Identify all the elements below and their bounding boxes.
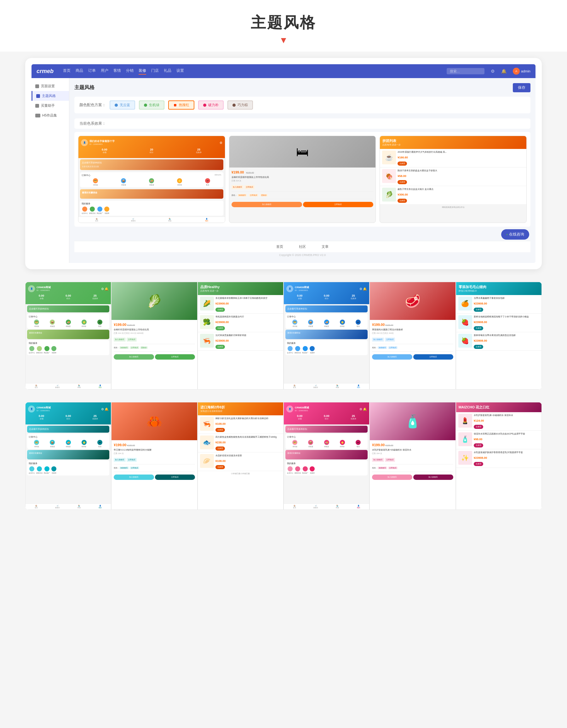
nav-store[interactable]: 门店: [151, 68, 159, 75]
grid-phone-meat-product: 🥩 ¥199.00¥100.00 厚装猪肉火腿肠三明治火锅食材 已售 234 次…: [370, 282, 456, 390]
admin-header: crmeb 首页 商品 订单 用户 客情 分销 装修 门店 礼品 设置 ⚙ 🔔 …: [31, 64, 536, 78]
veg-buy-btn[interactable]: 立即购买: [155, 354, 195, 360]
nav-orders[interactable]: 订单: [88, 68, 96, 75]
gb-item-img-1: ☕: [382, 151, 396, 164]
order-unreceived[interactable]: 🚚待收货: [149, 178, 154, 186]
order-unreview[interactable]: ⭐待评价: [177, 178, 182, 186]
product-image: 🛏: [229, 136, 376, 168]
red-dot: [203, 104, 206, 107]
theme-option-sky[interactable]: 无云蓝: [110, 100, 135, 110]
gb-more: 继续抢购更多商品请合作台: [380, 205, 526, 210]
phone-grid-row1: 👤 CRMEB商城ID：100000001 ⚙ 🔔 0.00余额 0.00积分 …: [25, 282, 542, 390]
gb-banner: 拼团列表 品质海淘 进进一步: [380, 136, 526, 149]
buy-now-btn[interactable]: 立即购买: [303, 202, 374, 207]
theme-option-orange[interactable]: 热辣红: [168, 100, 194, 110]
footer-community[interactable]: 社区: [299, 244, 306, 249]
grid-phone-veg-product: 🥬 ¥199.00¥100.00 全棉针织贡缎作套新款上市性价比高 已售 214…: [111, 282, 197, 390]
teal-gb-btn-3[interactable]: 去参团: [474, 345, 483, 349]
pc-stats: 0.00余额 20积分 25优惠券: [81, 148, 222, 154]
teal-gb-btn-2[interactable]: 去参团: [474, 326, 483, 330]
pink-gb-btn-2[interactable]: 去参团: [474, 443, 483, 447]
phone-product-detail: 🛏 ¥199.00 ¥100.00 全棉针织贡缎作套新款上市市性价比高 已售 2…: [229, 136, 376, 223]
admin-avatar: A: [513, 68, 520, 75]
main-demo-card: crmeb 首页 商品 订单 用户 客情 分销 装修 门店 礼品 设置 ⚙ 🔔 …: [25, 58, 542, 269]
admin-logo: crmeb: [37, 68, 54, 75]
gb-join-btn-3[interactable]: 去参团: [398, 199, 407, 203]
order-refund[interactable]: ↩售后: [205, 178, 210, 186]
bn-shop[interactable]: 🏪商城: [151, 218, 188, 222]
bn-mine[interactable]: 👤我的: [188, 218, 225, 222]
orange-gb-btn-2[interactable]: 去参团: [215, 446, 225, 451]
pc-friend: 邀请好友赚佣金: [80, 189, 223, 199]
save-button[interactable]: 保存: [513, 83, 530, 92]
grid-phone-pink-personal: 👤 CRMEB商城ID：100000001 ⚙ 🔔 0.00余额 0.00积分 …: [284, 402, 370, 510]
gb-join-btn-1[interactable]: 去参团: [398, 162, 407, 166]
orange-gb-btn-3[interactable]: 去参团: [215, 465, 225, 469]
service-group[interactable]: 拼团活动: [89, 207, 95, 214]
grid-phone-crab-product: 🦀 ¥199.00¥100.00 帝王蟹4.0-2.8智利皇帝蟹鲜活特大锅蟹 已…: [111, 402, 197, 510]
nav-customer[interactable]: 客情: [113, 68, 121, 75]
admin-content: 主题风格 保存 颜色配色方案： 无云蓝 生机绿 热辣红: [69, 78, 536, 263]
sidebar-item-assist[interactable]: 买量助手: [31, 101, 69, 111]
pc-balance: 总余额可享多种折扣 全新优惠多更优实惠: [80, 159, 223, 170]
content-title: 主题风格: [74, 84, 94, 91]
theme-option-red[interactable]: 破力朴: [198, 100, 224, 110]
pc-settings-icon[interactable]: ⚙: [219, 141, 222, 145]
pink-buy-btn[interactable]: 加入购物车: [413, 475, 453, 480]
nav-users[interactable]: 用户: [101, 68, 108, 75]
order-unpaid[interactable]: 💳待付款: [93, 178, 98, 186]
page-title: 主题风格: [0, 13, 567, 33]
online-consult-btn[interactable]: ● 在线咨询: [501, 229, 529, 240]
footer-article[interactable]: 文章: [322, 244, 329, 249]
orange-icon: [173, 103, 177, 107]
sidebar-item-page-settings[interactable]: 页面设置: [31, 81, 69, 91]
grid-phone-blue-personal: 👤 CRMEB商城ID：100000001 ⚙ 🔔 0.00余额 0.00积分 …: [284, 282, 370, 390]
nav-homepage[interactable]: 首页: [63, 68, 71, 75]
service-member[interactable]: 会员中心: [82, 207, 88, 214]
phone-personal-center: 👤 我们的名字留着那个字 ID：100000001 ⚙ 0.00余额: [78, 136, 225, 223]
theme-icon: [36, 94, 40, 98]
green-gb-btn-2[interactable]: 去参团: [215, 326, 225, 330]
green-gb-btn-1[interactable]: 去参团: [215, 308, 225, 312]
grid-phone-teal-groupbuy: 零添加毛毛山猪肉 静省口续消50减15 🍊 当季水果趣趣橙子量老倍份包邮 ¥23…: [456, 282, 542, 390]
pink-cart-btn[interactable]: 加入购物车: [372, 475, 412, 480]
green-gb-btn-3[interactable]: 去参团: [215, 345, 225, 349]
pink-gb-btn-1[interactable]: 去参团: [474, 425, 483, 429]
pc-order: 订单中心 查看全部 › 💳待付款 📦待发货 🚚待收货 ⭐待评价 ↩售后: [80, 172, 223, 187]
bn-cart[interactable]: 🛒购物车: [115, 218, 151, 222]
theme-option-green[interactable]: 生机绿: [139, 100, 164, 110]
gb-join-btn-2[interactable]: 去参团: [398, 180, 407, 184]
veg-cart-btn[interactable]: 加入购物车: [114, 354, 154, 360]
theme-option-chocolate[interactable]: 巧力棕: [227, 100, 253, 110]
bn-home[interactable]: 🏠首页: [78, 218, 115, 222]
theme-selector: 颜色配色方案： 无云蓝 生机绿 热辣红 破力朴: [74, 97, 530, 113]
add-to-cart-btn[interactable]: 加入购物车: [231, 202, 302, 207]
pink-gb-btn-3[interactable]: 去参团: [474, 462, 483, 466]
page-icon: [35, 84, 39, 88]
product-spec: 颜色： 加购物车 立即购买 团购价: [229, 193, 376, 198]
nav-decoration[interactable]: 装修: [139, 68, 146, 75]
blue-cart-btn[interactable]: 加入购物车: [372, 354, 412, 360]
service-coupon[interactable]: 优惠券: [104, 207, 109, 214]
sidebar-item-theme[interactable]: 主题风格: [31, 91, 69, 101]
footer-home[interactable]: 首页: [276, 244, 283, 249]
grid-phone-orange-groupbuy: 进口海鲜2件8折 深海进口冷冻鲜美食材 🦐 鲜虾大虾活冻礼盒装大菜虾春品特大青白…: [197, 402, 284, 510]
phone-group-buy: 拼团列表 品质海淘 进进一步 ☕ 2019年原版打磨奶声代大气米粉炒打出风格磁 …: [380, 136, 527, 223]
copyright: Copyright © 2020 CRMEB.PRO V2.0: [74, 252, 530, 258]
sidebar-item-h5[interactable]: H5作品集: [31, 111, 69, 120]
admin-search-input[interactable]: [447, 68, 485, 74]
content-header: 主题风格 保存: [74, 83, 530, 92]
teal-cart-btn[interactable]: 加入购物车: [114, 475, 154, 480]
nav-distribution[interactable]: 分销: [126, 68, 133, 75]
order-unshipped[interactable]: 📦待发货: [121, 178, 126, 186]
grid-phone-teal-personal: 👤 CRMEB商城ID：100000001 ⚙ 🔔 0.00余额 0.00积分 …: [25, 402, 111, 510]
demo-footer-nav: 首页 社区 文章: [74, 241, 530, 252]
teal-gb-btn-1[interactable]: 去参团: [474, 308, 483, 312]
nav-products[interactable]: 商品: [76, 68, 83, 75]
nav-settings[interactable]: 设置: [176, 68, 184, 75]
nav-gift[interactable]: 礼品: [164, 68, 171, 75]
service-promote[interactable]: 商品推广: [97, 207, 103, 214]
orange-gb-btn-1[interactable]: 去参团: [215, 428, 225, 432]
blue-buy-btn[interactable]: 立即购买: [413, 354, 453, 360]
teal-buy-btn[interactable]: 立即购买: [155, 475, 195, 480]
